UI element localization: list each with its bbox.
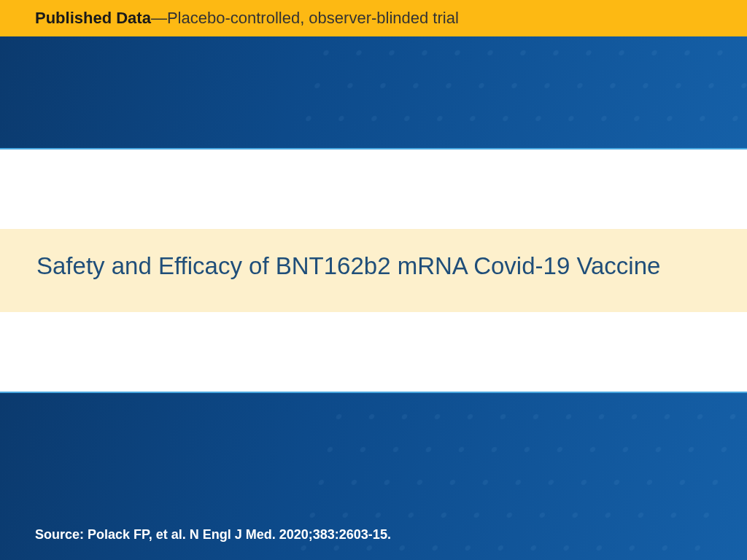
header-label: Published Data [35,9,151,28]
content-area: Safety and Efficacy of BNT162b2 mRNA Cov… [0,149,747,392]
source-citation: Source: Polack FP, et al. N Engl J Med. … [35,527,391,542]
bottom-decorative-band: Source: Polack FP, et al. N Engl J Med. … [0,392,747,560]
header-separator: — [151,9,167,28]
header-description: Placebo-controlled, observer-blinded tri… [167,9,459,28]
slide-title: Safety and Efficacy of BNT162b2 mRNA Cov… [36,252,718,280]
header-bar: Published Data — Placebo-controlled, obs… [0,0,747,36]
top-decorative-band [0,36,747,149]
title-box: Safety and Efficacy of BNT162b2 mRNA Cov… [0,229,747,312]
